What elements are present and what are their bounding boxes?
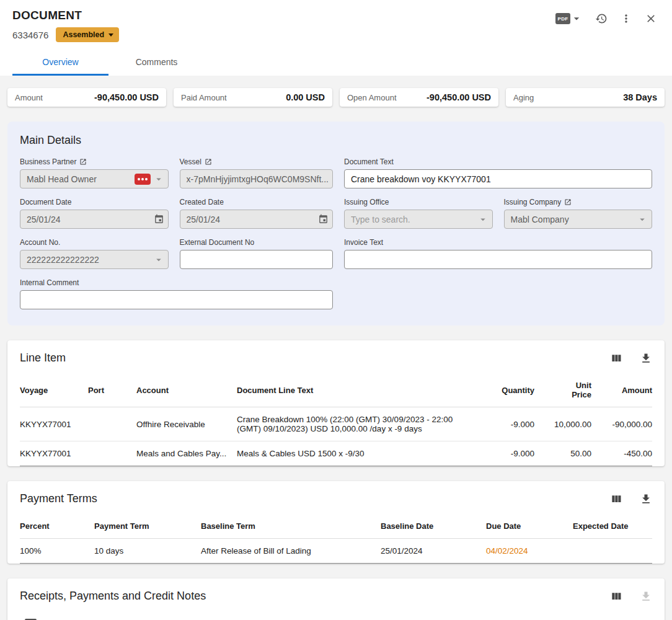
- field-label: Issuing Company: [504, 198, 562, 206]
- open-in-new-icon[interactable]: [205, 158, 212, 166]
- cell-document-line-text: Meals & Cables USD 1500 x -9/30: [237, 441, 482, 466]
- document-text-input[interactable]: [344, 169, 652, 188]
- invoice-text-input[interactable]: [344, 250, 652, 269]
- issuing-office-placeholder: Type to search.: [351, 215, 477, 224]
- account-no-select: 222222222222222: [20, 250, 169, 269]
- document-date-picker: 25/01/24: [20, 210, 169, 229]
- tab-overview[interactable]: Overview: [12, 50, 108, 76]
- column-header: Amount: [573, 611, 652, 620]
- issuing-company-value: Mabl Company: [511, 215, 637, 224]
- document-number: 6334676: [12, 30, 48, 40]
- table-header-row: Voyage Port Account Document Line Text Q…: [20, 373, 652, 407]
- summary-cards: Amount -90,450.00 USD Paid Amount 0.00 U…: [7, 88, 665, 107]
- open-in-new-icon[interactable]: [79, 158, 87, 166]
- table-row[interactable]: KKYYX77001 Meals and Cables Pay... Meals…: [20, 441, 652, 466]
- cell-due-date: 04/02/2024: [486, 539, 573, 564]
- tab-comments[interactable]: Comments: [108, 50, 205, 76]
- table-row[interactable]: 100% 10 days After Release of Bill of La…: [20, 539, 652, 564]
- chevron-down-icon: [153, 174, 164, 185]
- column-header: Expected Date: [573, 514, 652, 539]
- chevron-down-icon: [108, 33, 113, 37]
- status-badge[interactable]: Assembled: [56, 27, 119, 42]
- status-badge-label: Assembled: [63, 30, 104, 39]
- cell-account: Meals and Cables Pay...: [136, 441, 237, 466]
- payment-terms-table: Percent Payment Term Baseline Term Basel…: [20, 514, 652, 564]
- field-label: Vessel: [180, 157, 201, 166]
- kebab-menu-icon: [620, 12, 632, 25]
- download-icon[interactable]: [640, 493, 652, 505]
- chevron-down-icon: [477, 214, 489, 225]
- summary-value: -90,450.00 USD: [94, 92, 159, 102]
- pdf-icon: PDF: [555, 13, 570, 24]
- business-partner-value: Mabl Head Owner: [27, 174, 135, 184]
- field-created-date: Created Date 25/01/24: [180, 198, 334, 229]
- cell-payment-term: 10 days: [94, 539, 201, 564]
- more-options-button[interactable]: [620, 12, 632, 25]
- document-date-value: 25/01/24: [27, 215, 154, 224]
- history-button[interactable]: [595, 12, 608, 25]
- column-header: Baseline Date: [381, 514, 486, 539]
- cell-quantity: -9.000: [482, 441, 534, 466]
- column-header: Port: [88, 373, 136, 407]
- issuing-office-select: Type to search.: [344, 210, 493, 229]
- cell-voyage: KKYYX77001: [20, 407, 88, 441]
- field-document-text: Document Text: [344, 157, 652, 188]
- column-header: Payment Term: [94, 514, 201, 539]
- internal-comment-input[interactable]: [20, 290, 333, 309]
- field-label: Invoice Text: [344, 238, 383, 247]
- chevron-down-icon: [570, 12, 583, 25]
- close-icon: [645, 12, 657, 25]
- cell-account: Offhire Receivable: [136, 407, 237, 441]
- cell-percent: 100%: [20, 539, 94, 564]
- cell-unit-price: 50.00: [534, 441, 591, 466]
- document-header: DOCUMENT 6334676 Assembled PDF: [0, 0, 672, 76]
- cell-unit-price: 10,000.00: [534, 407, 591, 441]
- issuing-company-select: Mabl Company: [504, 210, 653, 229]
- pdf-export-button[interactable]: PDF: [555, 12, 583, 25]
- columns-settings-icon[interactable]: [610, 493, 622, 505]
- column-header: Document No: [114, 611, 259, 620]
- summary-card-paid-amount: Paid Amount 0.00 USD: [174, 88, 332, 107]
- external-document-no-input[interactable]: [180, 250, 334, 269]
- field-account-no: Account No. 222222222222222: [20, 238, 169, 269]
- field-label: Account No.: [20, 238, 60, 247]
- account-no-value: 222222222222222: [27, 255, 153, 265]
- summary-card-amount: Amount -90,450.00 USD: [7, 88, 166, 107]
- field-label: Document Date: [20, 198, 71, 206]
- tab-bar: Overview Comments: [12, 50, 662, 76]
- section-title: Payment Terms: [20, 492, 97, 505]
- table-row[interactable]: KKYYX77001 Offhire Receivable Crane Brea…: [20, 407, 652, 441]
- field-invoice-text: Invoice Text: [344, 238, 652, 269]
- close-button[interactable]: [645, 12, 657, 25]
- column-header: Unit Price: [534, 373, 591, 407]
- vessel-input: x-7pMnHjyjimtxgHOq6WC0M9SNft...: [180, 169, 334, 188]
- cell-baseline-date: 25/01/2024: [381, 539, 486, 564]
- select-all-cell: [20, 611, 114, 620]
- field-issuing-company: Issuing Company Mabl Company: [504, 198, 653, 229]
- column-header: Due Date: [486, 514, 573, 539]
- open-in-new-icon[interactable]: [564, 198, 572, 206]
- field-internal-comment: Internal Comment: [20, 278, 333, 309]
- created-date-picker: 25/01/24: [180, 210, 334, 229]
- section-title: Line Item: [20, 352, 66, 365]
- section-title: Receipts, Payments and Credit Notes: [20, 590, 206, 603]
- summary-label: Aging: [513, 93, 534, 102]
- cell-voyage: KKYYX77001: [20, 441, 88, 466]
- column-header: Document Date: [259, 611, 418, 620]
- vessel-value: x-7pMnHjyjimtxgHOq6WC0M9SNft...: [187, 174, 329, 184]
- cell-port: [88, 441, 136, 466]
- field-label: External Document No: [180, 238, 255, 247]
- download-icon[interactable]: [640, 352, 652, 365]
- field-external-document-no: External Document No: [180, 238, 334, 269]
- columns-settings-icon[interactable]: [610, 352, 622, 365]
- summary-label: Amount: [15, 93, 43, 102]
- field-label: Internal Comment: [20, 278, 79, 287]
- download-icon: [640, 590, 652, 603]
- calendar-icon: [154, 214, 164, 224]
- payment-terms-section: Payment Terms Percent Payment Term Basel…: [7, 481, 665, 564]
- summary-value: 38 Days: [623, 92, 657, 102]
- page-title: DOCUMENT: [12, 9, 119, 22]
- cell-expected-date: [573, 539, 652, 564]
- columns-settings-icon[interactable]: [610, 590, 622, 603]
- cell-document-line-text: Crane Breakdown 100% (22:00 (GMT) 30/09/…: [237, 407, 482, 441]
